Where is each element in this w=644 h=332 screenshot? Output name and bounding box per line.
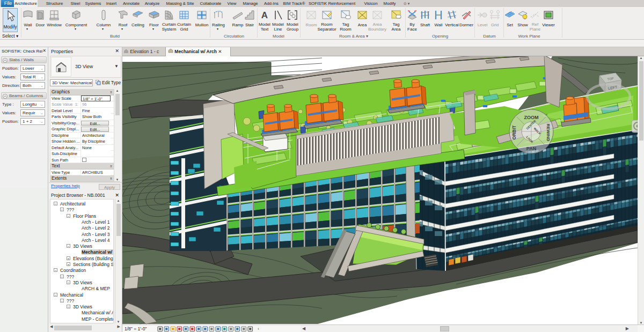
svg-text:REWIND: REWIND — [546, 124, 551, 142]
svg-text:PAN: PAN — [526, 146, 536, 151]
svg-text:ORBIT: ORBIT — [511, 125, 517, 139]
svg-text:ZOOM: ZOOM — [524, 115, 539, 120]
svg-text:×: × — [545, 112, 548, 117]
svg-text:A: A — [261, 10, 268, 20]
